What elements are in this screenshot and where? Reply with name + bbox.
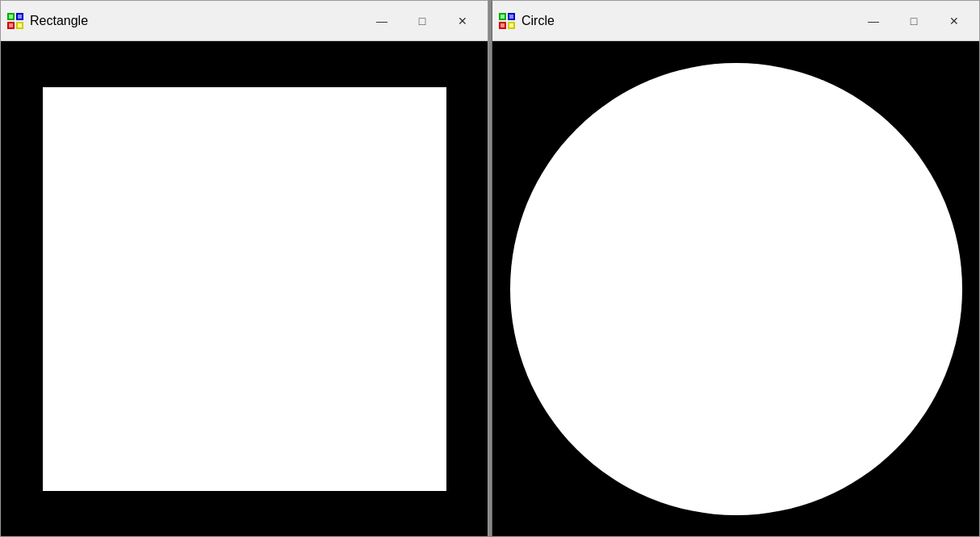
- svg-rect-12: [500, 15, 505, 19]
- close-button-circle[interactable]: ✕: [936, 8, 973, 34]
- minimize-button-circle[interactable]: —: [855, 8, 892, 34]
- app-icon-circle: [499, 13, 515, 29]
- rectangle-shape: [43, 87, 446, 491]
- svg-rect-7: [18, 23, 22, 27]
- window-controls-circle: — □ ✕: [855, 8, 973, 34]
- svg-rect-13: [509, 15, 513, 19]
- minimize-button-rectangle[interactable]: —: [363, 8, 400, 34]
- svg-rect-5: [18, 15, 22, 19]
- svg-rect-14: [500, 23, 505, 27]
- window-title-rectangle: Rectangle: [30, 14, 363, 28]
- maximize-button-circle[interactable]: □: [895, 8, 932, 34]
- title-bar-circle: Circle — □ ✕: [492, 1, 979, 41]
- window-title-circle: Circle: [521, 14, 855, 28]
- title-bar-rectangle: Rectangle — □ ✕: [1, 1, 488, 41]
- close-button-rectangle[interactable]: ✕: [444, 8, 481, 34]
- svg-rect-4: [9, 15, 13, 19]
- circle-shape: [510, 63, 962, 515]
- circle-content-area: [492, 41, 979, 536]
- svg-rect-15: [509, 23, 513, 27]
- svg-rect-6: [9, 23, 13, 27]
- window-controls-rectangle: — □ ✕: [363, 8, 481, 34]
- app-icon-rectangle: [7, 13, 23, 29]
- rectangle-window: Rectangle — □ ✕: [0, 0, 488, 537]
- circle-window: Circle — □ ✕: [492, 0, 980, 537]
- rectangle-content-area: [1, 41, 488, 536]
- maximize-button-rectangle[interactable]: □: [404, 8, 441, 34]
